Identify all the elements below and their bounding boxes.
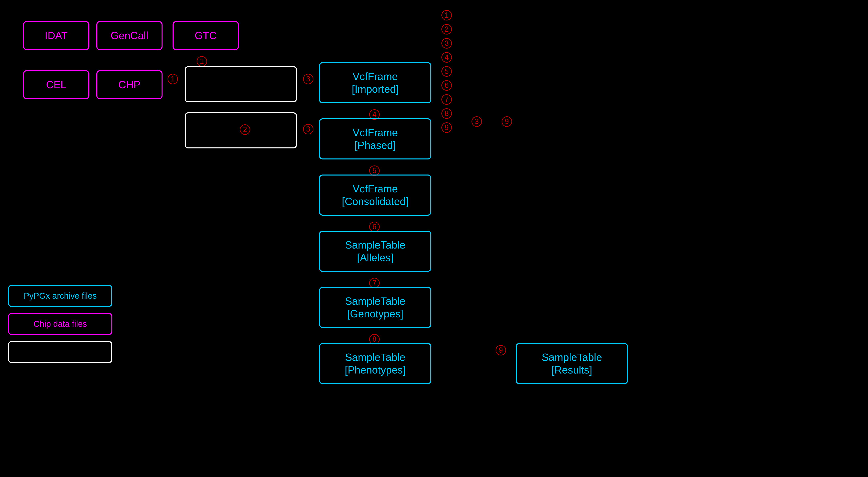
legend-pypgx: PyPGx archive files xyxy=(8,285,112,307)
step3-label-box1: 3 xyxy=(303,74,313,84)
step9-label-mid: 9 xyxy=(496,345,506,355)
sampletable-phenotypes-node: SampleTable [Phenotypes] xyxy=(319,343,431,384)
step3-label-box2: 3 xyxy=(303,124,313,134)
gtc-node: GTC xyxy=(173,21,239,50)
sidebar-step5: 5 xyxy=(441,66,452,76)
vcfframe-phased-node: VcfFrame [Phased] xyxy=(319,118,431,159)
vcfframe-imported-node: VcfFrame [Imported] xyxy=(319,62,431,103)
idat-node: IDAT xyxy=(23,21,89,50)
step1-label-mid: 1 xyxy=(167,74,178,84)
sidebar-step3: 3 xyxy=(441,38,452,49)
sidebar-step9: 9 xyxy=(441,122,452,133)
legend-other xyxy=(8,341,112,363)
top-step9: 9 xyxy=(502,116,512,127)
top-step3: 3 xyxy=(471,116,482,127)
sidebar-step4: 4 xyxy=(441,52,452,63)
sidebar-step8: 8 xyxy=(441,108,452,119)
sidebar-step7: 7 xyxy=(441,94,452,105)
sampletable-alleles-node: SampleTable [Alleles] xyxy=(319,231,431,272)
box1-node xyxy=(185,66,297,102)
vcfframe-consolidated-node: VcfFrame [Consolidated] xyxy=(319,174,431,216)
sidebar-step2: 2 xyxy=(441,24,452,34)
sampletable-genotypes-node: SampleTable [Genotypes] xyxy=(319,287,431,328)
step1-label-top: 1 xyxy=(197,56,207,67)
sidebar-step1: 1 xyxy=(441,10,452,21)
box2-node xyxy=(185,112,297,149)
sidebar-step6: 6 xyxy=(441,80,452,91)
legend-chip: Chip data files xyxy=(8,313,112,335)
cel-node: CEL xyxy=(23,70,89,99)
chp-node: CHP xyxy=(96,70,162,99)
sampletable-results-node: SampleTable [Results] xyxy=(516,343,628,384)
gencall-node: GenCall xyxy=(96,21,162,50)
